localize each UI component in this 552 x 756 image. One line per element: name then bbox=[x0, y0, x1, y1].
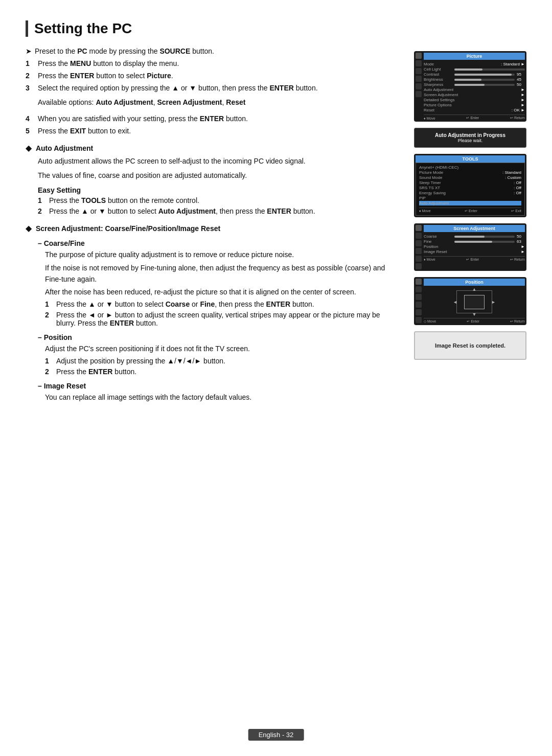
tools-soundmode-row: Sound Mode : Custom bbox=[419, 175, 521, 180]
contrast-row: Contrast 95 bbox=[424, 72, 525, 77]
step-num: 1 bbox=[38, 196, 45, 204]
picture-menu-screen: Picture Mode : Standard ► Cell Light Con… bbox=[414, 51, 526, 122]
picture-menu-footer: ♦ Move ↵ Enter ↩ Return bbox=[424, 114, 525, 120]
sa-coarse-row: Coarse 50 bbox=[424, 234, 525, 239]
pos-content: Position ▲ ▼ ◄ bbox=[424, 279, 525, 324]
screen-adjustment-title: Screen Adjustment: Coarse/Fine/Position/… bbox=[36, 224, 220, 233]
pos-step-1: 1 Adjust the position by pressing the ▲/… bbox=[45, 357, 399, 365]
up-arrow-icon: ▲ bbox=[472, 287, 477, 292]
main-steps: 1 Press the MENU button to display the m… bbox=[26, 59, 399, 135]
step-num: 2 bbox=[45, 368, 52, 376]
sa-imagereset-row: Image Reset ► bbox=[424, 249, 525, 254]
tools-footer-enter: ↵ Enter bbox=[465, 209, 477, 213]
contrast-fill bbox=[454, 74, 512, 76]
sa-imagereset-val: ► bbox=[521, 249, 525, 254]
sa-fine-val: 63 bbox=[517, 239, 525, 244]
footer-enter: ↵ Enter bbox=[466, 116, 479, 120]
screen-adj-menu-label: Screen Adjustment bbox=[424, 93, 458, 97]
step-text: Press the ◄ or ► button to adjust the sc… bbox=[56, 311, 399, 327]
pos-icon-2 bbox=[416, 286, 422, 292]
arrow-icon: ➤ bbox=[26, 47, 32, 55]
tools-anynet-label: Anynet+ (HDMI-CEC) bbox=[419, 165, 458, 170]
sa-coarse-fill bbox=[454, 236, 485, 238]
footer-return: ↩ Return bbox=[510, 116, 525, 120]
contrast-label: Contrast bbox=[424, 72, 454, 77]
inner-rect bbox=[464, 295, 485, 309]
cf-step-1: 1 Press the ▲ or ▼ button to select Coar… bbox=[45, 300, 399, 308]
tv-icon-1 bbox=[416, 53, 422, 59]
picture-options-row: Picture Options ► bbox=[424, 103, 525, 107]
sa-position-label: Position bbox=[424, 244, 438, 249]
auto-adjust-menu-row: Auto Adjustment ► bbox=[424, 87, 525, 92]
screen-adj-menu-val: ► bbox=[521, 93, 525, 97]
pos-footer: ◇ Move ↵ Enter ↩ Return bbox=[424, 318, 525, 324]
auto-adjustment-body2: The values of fine, coarse and position … bbox=[38, 170, 399, 181]
image-reset-section: – Image Reset You can replace all image … bbox=[38, 382, 399, 403]
step-num: 2 bbox=[26, 72, 33, 80]
sharpness-fill bbox=[454, 84, 485, 86]
left-arrow-icon: ◄ bbox=[453, 300, 457, 305]
sa-footer: ♦ Move ↵ Enter ↩ Return bbox=[424, 256, 525, 262]
sa-coarse-val: 50 bbox=[517, 234, 525, 239]
auto-adjust-popup-line2: Please wait. bbox=[421, 138, 520, 143]
sharpness-track bbox=[454, 84, 515, 86]
tools-auto-adj-row: Auto Adjustment bbox=[419, 201, 521, 205]
screen-adjustment-section: ◆ Screen Adjustment: Coarse/Fine/Positio… bbox=[26, 223, 399, 233]
sharpness-val: 50 bbox=[517, 82, 525, 87]
step-1: 1 Press the MENU button to display the m… bbox=[26, 59, 399, 67]
position-title: – Position bbox=[38, 333, 399, 341]
position-steps: 1 Adjust the position by pressing the ▲/… bbox=[45, 357, 399, 376]
tools-energy-row: Energy Saving : Off bbox=[419, 191, 521, 195]
step-num: 1 bbox=[45, 300, 52, 308]
cell-light-fill bbox=[454, 68, 482, 71]
reset-row: Reset : OK ► bbox=[424, 108, 525, 112]
tools-footer-move: ♦ Move bbox=[419, 209, 431, 213]
auto-adjustment-section: ◆ Auto Adjustment bbox=[26, 143, 399, 153]
auto-adjustment-body1: Auto adjustment allows the PC screen to … bbox=[38, 156, 399, 167]
tools-soundmode-val: : Custom bbox=[505, 175, 521, 180]
coarse-fine-title: – Coarse/Fine bbox=[38, 239, 399, 247]
pos-icon-col bbox=[416, 279, 422, 323]
position-section: – Position Adjust the PC's screen positi… bbox=[38, 333, 399, 376]
sa-position-val: ► bbox=[521, 244, 525, 249]
tv-icon-3 bbox=[416, 68, 422, 74]
tools-pip-row: PIP bbox=[419, 196, 521, 200]
step-num: 2 bbox=[38, 207, 45, 215]
mode-value: : Standard ► bbox=[501, 62, 525, 66]
step-4: 4 When you are satisfied with your setti… bbox=[26, 114, 399, 123]
step-text: Press the ▲ or ▼ button to select Coarse… bbox=[56, 300, 314, 308]
page-title: Setting the PC bbox=[26, 20, 399, 37]
coarse-fine-body3: After the noise has been reduced, re-adj… bbox=[45, 287, 399, 298]
bullet-icon: ◆ bbox=[26, 224, 32, 233]
step-num: 5 bbox=[26, 127, 33, 135]
tools-soundmode-label: Sound Mode bbox=[419, 175, 442, 180]
pos-footer-move: ◇ Move bbox=[424, 319, 436, 324]
detailed-label: Detailed Settings bbox=[424, 98, 454, 102]
tools-picturemode-row: Picture Mode : Standard bbox=[419, 170, 521, 175]
auto-adjustment-title: Auto Adjustment bbox=[36, 144, 93, 152]
step-num: 2 bbox=[45, 311, 52, 319]
sa-fine-label: Fine bbox=[424, 239, 454, 244]
pos-footer-enter: ↵ Enter bbox=[467, 319, 479, 324]
tools-anynet-row: Anynet+ (HDMI-CEC) bbox=[419, 165, 521, 170]
image-reset-title: – Image Reset bbox=[38, 382, 399, 390]
pos-footer-return: ↩ Return bbox=[510, 319, 525, 324]
step-available: Available options: Auto Adjustment, Scre… bbox=[26, 96, 399, 110]
pos-icon-4 bbox=[416, 302, 422, 308]
pos-step-2: 2 Press the ENTER button. bbox=[45, 368, 399, 376]
screen-adj-menu-row: Screen Adjustment ► bbox=[424, 93, 525, 97]
auto-adjust-popup: Auto Adjustment in Progress Please wait. bbox=[414, 128, 526, 148]
coarse-fine-steps: 1 Press the ▲ or ▼ button to select Coar… bbox=[45, 300, 399, 327]
tools-srs-label: SRS TS XT bbox=[419, 186, 440, 190]
outer-rect: ▲ ▼ ◄ ► bbox=[456, 290, 492, 313]
cell-light-track bbox=[454, 68, 525, 71]
picture-menu-row-mode: Mode : Standard ► bbox=[424, 62, 525, 66]
tools-srs-val: : Off bbox=[514, 186, 521, 190]
cf-step-2: 2 Press the ◄ or ► button to adjust the … bbox=[45, 311, 399, 327]
step-num: 3 bbox=[26, 84, 33, 92]
step-num: 4 bbox=[26, 114, 33, 123]
easy-setting-steps: 1 Press the TOOLS button on the remote c… bbox=[38, 196, 399, 215]
pos-icon-3 bbox=[416, 294, 422, 300]
sa-imagereset-label: Image Reset bbox=[424, 249, 447, 254]
position-body: Adjust the PC's screen positioning if it… bbox=[45, 343, 399, 355]
